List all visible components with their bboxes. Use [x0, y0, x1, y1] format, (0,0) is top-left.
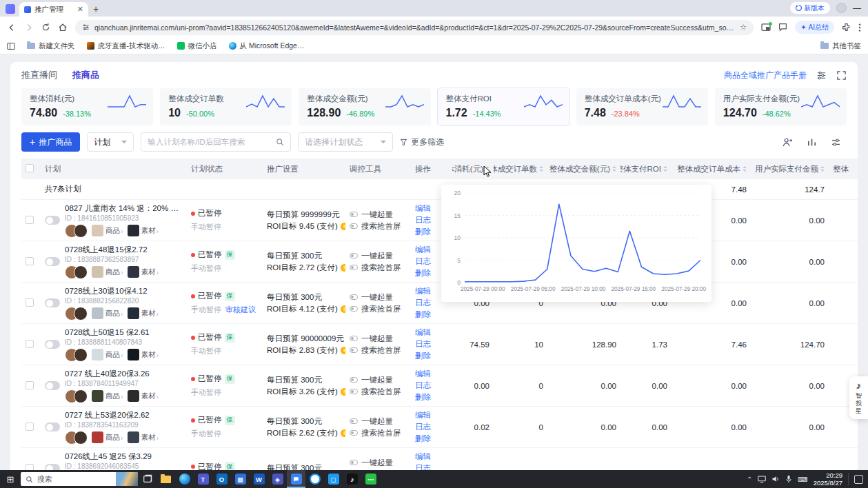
edit-link[interactable]: 编辑 — [415, 409, 448, 421]
search-top-screen-label[interactable]: 搜索抢首屏 — [361, 427, 401, 439]
display-icon[interactable] — [758, 476, 766, 483]
bookmark-item[interactable]: 从 Microsoft Edge… — [229, 41, 305, 51]
header-orders[interactable]: 整体成交订单数 — [494, 164, 547, 174]
log-link[interactable]: 日志 — [415, 462, 448, 470]
header-plan[interactable]: 计划 — [41, 164, 187, 174]
row-checkbox[interactable] — [26, 257, 34, 265]
outlook-icon[interactable]: O — [212, 470, 231, 488]
plan-name[interactable]: 0728线上48退15保2.72 — [65, 245, 159, 255]
plan-name[interactable]: 0727 线上53退20保2.62 — [65, 410, 159, 420]
search-top-screen-label[interactable]: 搜索抢首屏 — [361, 303, 401, 315]
warning-icon[interactable]: ! — [341, 223, 345, 230]
warning-icon[interactable]: ! — [341, 347, 345, 354]
product-link[interactable]: 商品› — [105, 350, 123, 360]
plan-name[interactable]: 0728线上30退10保4.12 — [65, 286, 159, 296]
material-link[interactable]: 素材› — [141, 392, 159, 401]
chat-app-icon-active[interactable] — [287, 470, 305, 488]
taskbar-search[interactable]: 搜索 — [21, 472, 138, 486]
tab-live-room[interactable]: 推直播间 — [21, 69, 57, 81]
edge-icon[interactable] — [175, 470, 194, 488]
stat-card-gmv[interactable]: 整体成交金额(元) 128.90-46.89% — [299, 88, 430, 125]
plan-enable-toggle[interactable] — [45, 216, 60, 225]
browser-avatar[interactable] — [836, 3, 847, 13]
bookmark-item[interactable]: 虎牙直播-技术驱动… — [87, 41, 165, 51]
plan-search-input[interactable] — [148, 138, 272, 146]
delete-link[interactable]: 删除 — [415, 392, 448, 403]
row-checkbox[interactable] — [26, 464, 34, 471]
plan-name[interactable]: 0727 线上40退20保3.26 — [65, 369, 159, 379]
keyboard-icon[interactable]: ⌨ — [798, 476, 807, 483]
assistant-widget[interactable]: ♪ 智投星 — [849, 376, 868, 419]
new-tab-button[interactable]: + — [88, 3, 103, 17]
taskbar-clock[interactable]: 20:29 2025/8/27 — [814, 471, 842, 487]
search-top-screen-label[interactable]: 搜索抢首屏 — [361, 262, 401, 274]
notification-center-icon[interactable] — [854, 475, 863, 484]
stat-card-cost[interactable]: 整体消耗(元) 74.80-38.13% — [21, 88, 153, 125]
bookmark-star-icon[interactable]: ☆ — [740, 23, 747, 32]
sort-icon[interactable] — [820, 166, 825, 172]
one-key-boost-label[interactable]: 一键起量 — [361, 416, 393, 427]
log-link[interactable]: 日志 — [415, 421, 448, 433]
delete-link[interactable]: 删除 — [415, 350, 448, 362]
one-key-boost-label[interactable]: 一键起量 — [361, 209, 393, 221]
bookmark-item[interactable]: 微信小店 — [177, 41, 217, 51]
row-checkbox[interactable] — [26, 298, 34, 307]
browser-tab[interactable]: 推广管理 ✕ — [19, 2, 88, 17]
plan-enable-toggle[interactable] — [45, 340, 60, 349]
tab-close-icon[interactable]: ✕ — [77, 5, 83, 14]
chat-icon[interactable] — [778, 23, 787, 32]
sort-icon[interactable] — [663, 166, 667, 172]
header-status[interactable]: 计划状态 — [187, 164, 263, 174]
task-view-button[interactable] — [138, 470, 157, 488]
material-link[interactable]: 素材› — [141, 350, 159, 360]
search-top-screen-label[interactable]: 搜索抢首屏 — [361, 345, 401, 356]
volume-icon[interactable] — [771, 475, 780, 483]
row-checkbox[interactable] — [26, 423, 34, 431]
product-link[interactable]: 商品› — [105, 392, 123, 401]
sort-icon[interactable] — [612, 166, 616, 172]
header-overall[interactable]: 整体 — [829, 164, 858, 174]
warning-icon[interactable]: ! — [341, 264, 345, 272]
start-button[interactable]: ⊞ — [0, 474, 21, 485]
warning-icon[interactable]: ! — [341, 429, 345, 437]
transfer-user-icon[interactable] — [783, 137, 793, 148]
plan-status-select[interactable]: 请选择计划状态 — [298, 132, 393, 152]
delete-link[interactable]: 删除 — [415, 433, 448, 445]
tray-expand-icon[interactable]: ⌃ — [747, 476, 752, 483]
home-icon[interactable] — [58, 23, 68, 32]
edit-link[interactable]: 编辑 — [415, 451, 448, 462]
material-link[interactable]: 素材› — [141, 267, 159, 277]
stat-card-order-cost[interactable]: 整体成交订单成本(元) 7.48-23.84% — [576, 88, 708, 125]
header-order-cost[interactable]: 整体成交订单成本 — [672, 164, 751, 174]
file-explorer-icon[interactable] — [157, 470, 175, 488]
search-icon[interactable] — [276, 138, 284, 146]
wechat-icon[interactable]: ⋯ — [361, 470, 380, 488]
row-checkbox[interactable] — [26, 216, 34, 224]
plan-filter-select[interactable]: 计划 — [87, 132, 134, 152]
forward-icon[interactable] — [24, 23, 34, 32]
plan-name[interactable]: 0726线上45 退25 保3.29 — [65, 451, 159, 462]
one-key-boost-label[interactable]: 一键起量 — [361, 457, 393, 469]
header-actions[interactable]: 操作 — [411, 164, 452, 174]
phone-link-icon[interactable]: ◻ — [324, 470, 343, 488]
material-link[interactable]: 素材› — [141, 309, 159, 318]
back-icon[interactable] — [7, 23, 17, 32]
browser-menu-icon[interactable] — [858, 23, 861, 32]
other-bookmarks[interactable]: 其他书签 — [820, 41, 861, 51]
teams-icon[interactable]: T — [194, 470, 212, 488]
stat-card-orders[interactable]: 整体成交订单数 10-50.00% — [160, 88, 292, 125]
edit-link[interactable]: 编辑 — [415, 368, 448, 380]
app-icon[interactable]: ◈ — [268, 470, 287, 488]
sidebar-toggle-icon[interactable] — [7, 42, 15, 50]
delete-link[interactable]: 删除 — [415, 309, 448, 321]
plan-enable-toggle[interactable] — [45, 464, 60, 470]
row-checkbox[interactable] — [26, 340, 34, 348]
one-key-boost-label[interactable]: 一键起量 — [361, 250, 393, 262]
select-all-checkbox[interactable] — [26, 164, 34, 172]
table-settings-icon[interactable] — [831, 137, 841, 148]
layout-settings-icon[interactable] — [816, 70, 827, 81]
window-minimize-icon[interactable]: — — [853, 3, 861, 13]
plan-name[interactable]: 0827 儿童雨衣 14% 退：20% 保：9.92 — [65, 203, 181, 214]
pip-icon[interactable] — [761, 23, 771, 32]
search-top-screen-label[interactable]: 搜索抢首屏 — [361, 221, 401, 232]
